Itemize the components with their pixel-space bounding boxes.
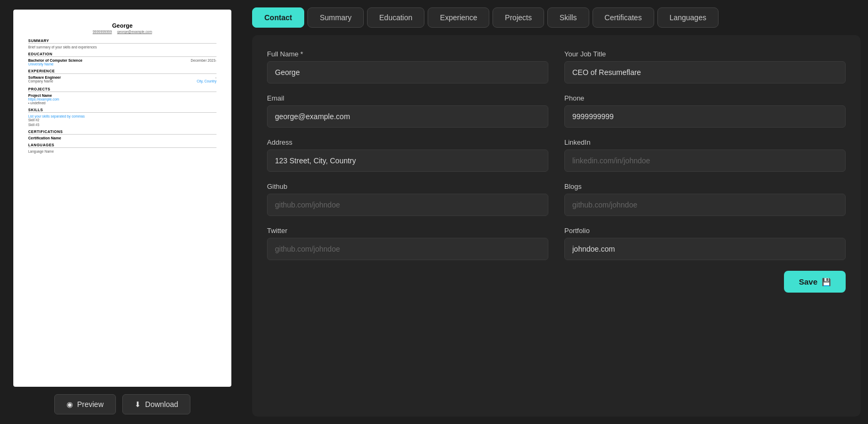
download-label: Download: [145, 400, 178, 409]
resume-experience-dash: -: [197, 76, 216, 79]
tab-projects[interactable]: Projects: [493, 7, 544, 28]
resume-skills-title: SKILLS: [28, 108, 216, 113]
resume-experience-title: EXPERIENCE: [28, 69, 216, 74]
github-group: Github: [267, 182, 548, 216]
resume-project-sub: • undefined: [28, 101, 216, 105]
blogs-input[interactable]: [564, 194, 846, 216]
portfolio-group: Portfolio: [564, 227, 846, 260]
resume-email: george@example.com: [117, 30, 152, 34]
resume-language-name: Language Name: [28, 149, 216, 153]
tab-education[interactable]: Education: [367, 7, 424, 28]
portfolio-input[interactable]: [564, 238, 846, 260]
resume-projects-title: PROJECTS: [28, 87, 216, 92]
tab-certificates[interactable]: Certificates: [592, 7, 654, 28]
eye-icon: [66, 400, 73, 409]
bottom-buttons: Preview Download: [54, 394, 190, 414]
save-icon: [822, 277, 831, 286]
right-panel: Contact Summary Education Experience Pro…: [245, 0, 868, 424]
full-name-input[interactable]: [267, 61, 548, 84]
resume-certifications-title: CERTIFICATIONS: [28, 130, 216, 135]
phone-label: Phone: [564, 94, 846, 102]
email-label: Email: [267, 94, 548, 102]
resume-education-university: University Name: [28, 62, 82, 66]
resume-education-title: EDUCATION: [28, 52, 216, 57]
resume-summary-body: Brief summary of your skills and experie…: [28, 45, 216, 49]
phone-group: Phone: [564, 94, 846, 128]
save-label: Save: [799, 277, 817, 286]
resume-project-link: https://example.com: [28, 97, 216, 101]
linkedin-label: LinkedIn: [564, 138, 846, 146]
save-row: Save: [267, 271, 846, 293]
tab-languages[interactable]: Languages: [657, 7, 719, 28]
preview-button[interactable]: Preview: [54, 394, 116, 414]
address-label: Address: [267, 138, 548, 146]
linkedin-input[interactable]: [564, 149, 846, 172]
twitter-input[interactable]: [267, 238, 548, 260]
form-container: Full Name * Your Job Title Email Phone A…: [252, 35, 861, 417]
resume-contact-line: 9999999999 george@example.com: [28, 30, 216, 34]
resume-summary-title: SUMMARY: [28, 39, 216, 44]
address-input[interactable]: [267, 149, 548, 172]
resume-skills-body: List your skills separated by commas: [28, 114, 216, 118]
resume-name: George: [28, 22, 216, 29]
resume-experience-row: Software Engineer Company Name - City, C…: [28, 76, 216, 84]
tabs: Contact Summary Education Experience Pro…: [252, 7, 861, 28]
phone-input[interactable]: [564, 105, 846, 128]
address-group: Address: [267, 138, 548, 172]
tab-experience[interactable]: Experience: [428, 7, 489, 28]
github-input[interactable]: [267, 194, 548, 216]
resume-experience-company: Company Name: [28, 79, 61, 83]
job-title-label: Your Job Title: [564, 50, 846, 58]
email-input[interactable]: [267, 105, 548, 128]
resume-experience-role: Software Engineer: [28, 76, 61, 79]
tab-contact[interactable]: Contact: [252, 7, 304, 28]
resume-phone: 9999999999: [93, 30, 112, 34]
email-group: Email: [267, 94, 548, 128]
twitter-label: Twitter: [267, 227, 548, 235]
full-name-group: Full Name *: [267, 50, 548, 84]
resume-preview: George 9999999999 george@example.com SUM…: [13, 10, 231, 387]
download-button[interactable]: Download: [122, 394, 190, 414]
linkedin-group: LinkedIn: [564, 138, 846, 172]
preview-label: Preview: [77, 400, 104, 409]
resume-experience-location: City, Country: [197, 79, 216, 83]
portfolio-label: Portfolio: [564, 227, 846, 235]
resume-certification-name: Certification Name: [28, 136, 216, 140]
resume-skills-3: Skill #3: [28, 123, 216, 127]
left-panel: George 9999999999 george@example.com SUM…: [0, 0, 245, 424]
resume-education-degree: Bachelor of Computer Science: [28, 59, 82, 62]
job-title-input[interactable]: [564, 61, 846, 84]
resume-languages-title: LANGUAGES: [28, 143, 216, 148]
resume-education-row: Bachelor of Computer Science University …: [28, 59, 216, 66]
tab-summary[interactable]: Summary: [307, 7, 364, 28]
resume-education-date: December 2023-: [191, 59, 216, 65]
save-button[interactable]: Save: [784, 271, 846, 293]
tab-skills[interactable]: Skills: [547, 7, 589, 28]
download-icon: [135, 400, 141, 409]
twitter-group: Twitter: [267, 227, 548, 260]
job-title-group: Your Job Title: [564, 50, 846, 84]
blogs-group: Blogs: [564, 182, 846, 216]
github-label: Github: [267, 182, 548, 190]
full-name-label: Full Name *: [267, 50, 548, 58]
form-grid: Full Name * Your Job Title Email Phone A…: [267, 50, 846, 260]
resume-skills-2: Skill #2: [28, 118, 216, 122]
resume-project-name: Project Name: [28, 94, 216, 97]
blogs-label: Blogs: [564, 182, 846, 190]
